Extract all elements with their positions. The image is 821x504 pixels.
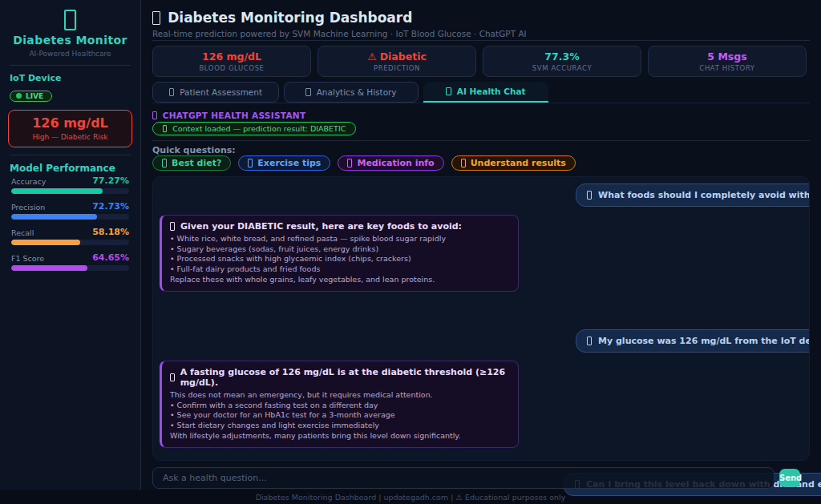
assistant-title-text: A fasting glucose of 126 mg/dL is at the…: [180, 367, 508, 388]
stat-value: 126 mg/dL: [153, 50, 310, 62]
metric-value: 72.73%: [92, 201, 129, 212]
quick-question-chips: Best diet? Exercise tips Medication info…: [152, 155, 576, 171]
patient-icon: [169, 88, 174, 97]
metric-f1-score: F1 Score 64.65%: [11, 252, 129, 271]
tab-ai-health-chat[interactable]: AI Health Chat: [423, 82, 548, 103]
iot-device-label: IoT Device: [10, 73, 140, 83]
glucose-risk-label: High — Diabetic Risk: [12, 133, 128, 141]
stat-value: ⚠ Diabetic: [318, 50, 475, 62]
stat-value: 77.3%: [483, 50, 641, 62]
check-icon: [163, 125, 167, 132]
user-message: What foods should I completely avoid wit…: [576, 183, 810, 207]
page-title: Diabetes Monitoring Dashboard: [152, 10, 412, 26]
stat-label: PREDICTION: [318, 64, 475, 72]
salad-icon: [162, 159, 167, 167]
stat-value: 5 Msgs: [649, 50, 806, 62]
chip-understand-results[interactable]: Understand results: [451, 155, 576, 171]
live-badge-label: LIVE: [26, 92, 43, 100]
assistant-message-line: • See your doctor for an HbA1c test for …: [170, 410, 508, 421]
stat-label: SVM ACCURACY: [483, 64, 641, 72]
page-subtitle: Real-time prediction powered by SVM Mach…: [152, 29, 527, 38]
stethoscope-icon: [152, 11, 160, 25]
runner-icon: [248, 159, 253, 167]
pill-icon: [347, 159, 352, 167]
assistant-message-line: • Sugary beverages (sodas, fruit juices,…: [170, 244, 508, 255]
robot-icon: [170, 373, 175, 381]
assistant-message: Given your DIABETIC result, here are key…: [160, 215, 519, 292]
progress-bar: [11, 265, 129, 271]
page-title-text: Diabetes Monitoring Dashboard: [168, 10, 412, 26]
user-message-text: What foods should I completely avoid wit…: [598, 190, 810, 200]
assistant-message-line: • Full-fat dairy products and fried food…: [170, 264, 508, 275]
metric-value: 58.18%: [92, 227, 129, 237]
stat-card-blood-glucose: 126 mg/dL BLOOD GLUCOSE: [152, 46, 311, 77]
divider: [152, 40, 810, 41]
assistant-message: A fasting glucose of 126 mg/dL is at the…: [160, 361, 519, 448]
context-badge-text: Context loaded — prediction result: DIAB…: [172, 124, 346, 133]
stat-card-svm-accuracy: 77.3% SVM ACCURACY: [483, 46, 641, 77]
assistant-message-line: With lifestyle adjustments, many patient…: [170, 431, 508, 442]
assistant-message-title: Given your DIABETIC result, here are key…: [170, 221, 508, 232]
user-icon: [587, 337, 592, 345]
user-message-text: My glucose was 126 mg/dL from the IoT de…: [598, 336, 810, 346]
footer-text: Diabetes Monitoring Dashboard | updatega…: [256, 493, 566, 502]
chat-input[interactable]: [152, 467, 774, 489]
main-content: Diabetes Monitoring Dashboard Real-time …: [141, 0, 821, 490]
stat-card-prediction: ⚠ Diabetic PREDICTION: [317, 46, 476, 77]
tab-label: Analytics & History: [317, 87, 397, 97]
metric-label: F1 Score: [11, 254, 44, 263]
user-message: My glucose was 126 mg/dL from the IoT de…: [576, 329, 810, 353]
stat-label: CHAT HISTORY: [649, 64, 806, 72]
stat-label: BLOOD GLUCOSE: [153, 64, 310, 72]
assistant-message-line: • Processed snacks with high glycaemic i…: [170, 254, 508, 264]
assistant-message-line: • Confirm with a second fasting test on …: [170, 401, 508, 411]
assistant-section-title: CHATGPT HEALTH ASSISTANT: [152, 111, 305, 120]
chip-best-diet[interactable]: Best diet?: [152, 155, 231, 171]
metric-label: Accuracy: [11, 177, 46, 186]
assistant-title-text: Given your DIABETIC result, here are key…: [180, 221, 462, 232]
tab-label: AI Health Chat: [457, 87, 526, 96]
assistant-title-text: CHATGPT HEALTH ASSISTANT: [163, 111, 306, 120]
glucose-value: 126 mg/dL: [12, 115, 128, 131]
chart-icon: [461, 159, 466, 167]
stats-row: 126 mg/dL BLOOD GLUCOSE ⚠ Diabetic PREDI…: [152, 46, 807, 77]
metric-precision: Precision 72.73%: [11, 201, 129, 220]
metric-label: Recall: [11, 228, 34, 237]
chip-label: Medication info: [357, 158, 434, 168]
progress-bar: [11, 240, 129, 245]
progress-bar: [11, 214, 129, 220]
divider: [10, 155, 131, 155]
metric-accuracy: Accuracy 77.27%: [11, 175, 129, 194]
robot-icon: [446, 87, 451, 96]
chip-label: Best diet?: [172, 158, 221, 168]
robot-icon: [152, 111, 157, 119]
divider: [152, 140, 810, 141]
tab-label: Patient Assessment: [180, 87, 262, 97]
robot-icon: [170, 222, 175, 230]
tab-bar: Patient Assessment Analytics & History A…: [152, 82, 810, 103]
stat-card-chat-history: 5 Msgs CHAT HISTORY: [648, 46, 807, 77]
user-icon: [587, 191, 592, 199]
app-subtitle: AI-Powered Healthcare: [0, 50, 140, 58]
metric-label: Precision: [11, 203, 45, 212]
tab-analytics-history[interactable]: Analytics & History: [284, 82, 419, 103]
stethoscope-icon: [64, 10, 76, 30]
sidebar: Diabetes Monitor AI-Powered Healthcare I…: [0, 0, 141, 490]
assistant-message-line: • Start dietary changes and light exerci…: [170, 421, 508, 431]
assistant-message-line: • White rice, white bread, and refined p…: [170, 234, 508, 244]
progress-bar: [11, 188, 129, 194]
chat-message-panel: What foods should I completely avoid wit…: [152, 176, 810, 461]
live-dot-icon: [16, 93, 22, 99]
glucose-reading-card: 126 mg/dL High — Diabetic Risk: [8, 110, 132, 147]
context-loaded-badge: Context loaded — prediction result: DIAB…: [152, 122, 356, 135]
tab-patient-assessment[interactable]: Patient Assessment: [152, 82, 279, 103]
assistant-message-title: A fasting glucose of 126 mg/dL is at the…: [170, 367, 508, 388]
metric-recall: Recall 58.18%: [11, 227, 129, 245]
chip-label: Exercise tips: [257, 158, 321, 168]
send-button[interactable]: Send: [779, 469, 800, 487]
quick-questions-label: Quick questions:: [152, 145, 236, 155]
chip-exercise-tips[interactable]: Exercise tips: [238, 155, 330, 171]
metric-value: 64.65%: [92, 252, 129, 263]
chip-medication-info[interactable]: Medication info: [338, 155, 443, 171]
app-title: Diabetes Monitor: [0, 34, 140, 46]
